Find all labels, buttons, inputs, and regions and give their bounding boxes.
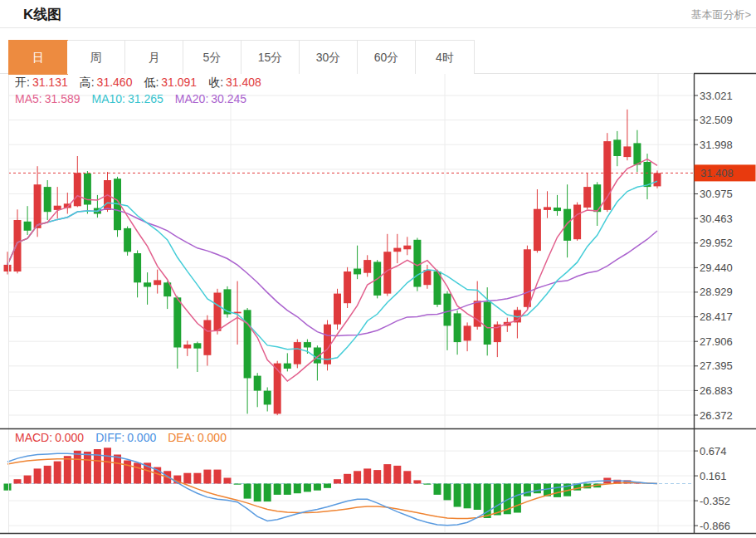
macd-bar [474, 484, 481, 511]
candle [423, 270, 431, 285]
price-tick-label: 27.395 [700, 359, 733, 372]
legend-value: 31.460 [97, 76, 133, 89]
candle [644, 162, 651, 187]
candle [224, 289, 232, 314]
price-tick-label: 32.509 [700, 114, 733, 126]
candle [304, 342, 311, 347]
candle [264, 391, 271, 405]
tab-week[interactable]: 周 [67, 41, 125, 74]
candle [44, 187, 51, 212]
macd-bar [393, 466, 401, 484]
legend-value: 30.245 [211, 92, 246, 105]
candle [214, 293, 222, 331]
macd-bar [403, 471, 411, 483]
macd-bar [203, 470, 211, 484]
candle [24, 222, 32, 231]
last-price-flag: 31.408 [695, 164, 756, 181]
price-tick-label: 30.463 [700, 213, 733, 225]
macd-bar [183, 473, 191, 484]
svg-text:31.408: 31.408 [700, 167, 734, 179]
legend-label: 高: [80, 76, 95, 89]
legend-label: 低: [144, 76, 159, 89]
candle [563, 209, 571, 241]
candle [434, 271, 441, 305]
macd-bar [324, 484, 331, 488]
tab-month[interactable]: 月 [125, 41, 183, 74]
candle [464, 325, 471, 340]
macd-bar [413, 480, 421, 483]
candle [363, 260, 371, 273]
candle [284, 364, 291, 369]
macd-bar [84, 452, 91, 484]
candle [534, 209, 541, 251]
candle [294, 342, 301, 364]
legend-label: DEA: [168, 431, 195, 444]
legend-value: 31.131 [32, 76, 68, 89]
candle [203, 320, 211, 355]
price-gridlines [8, 95, 694, 415]
legend-label: MACD: [15, 431, 52, 444]
macd-bar [64, 456, 71, 483]
tab-hour4[interactable]: 4时 [416, 41, 474, 74]
macd-bar [264, 484, 271, 502]
price-tick-label: 30.975 [700, 188, 733, 200]
candle [524, 249, 531, 307]
candle [74, 173, 81, 206]
macd-bar [344, 474, 351, 484]
candle [354, 269, 361, 275]
macd-bar [244, 484, 251, 499]
macd-bar [14, 479, 22, 483]
macd-tick-label: 0.161 [700, 470, 727, 482]
tab-min5[interactable]: 5分 [183, 41, 241, 74]
candle [393, 248, 401, 252]
macd-bar [284, 484, 291, 495]
legend-label: DIFF: [95, 431, 124, 444]
macd-bar [124, 461, 131, 484]
candle [544, 207, 551, 210]
legend-label: MA20: [175, 92, 208, 105]
macd-bar [104, 448, 111, 483]
ohlc-legend: 开:31.131高:31.460低:31.091收:31.408 [15, 75, 273, 90]
price-tick-label: 29.440 [700, 262, 733, 274]
chart-area[interactable]: 33.02132.50931.99830.97530.46329.95229.4… [0, 0, 756, 538]
candle [274, 364, 281, 414]
candle [444, 294, 451, 326]
macd-bar [554, 484, 561, 497]
tab-min30[interactable]: 30分 [300, 41, 358, 74]
macd-bar [34, 468, 41, 483]
candle [134, 253, 141, 282]
macd-bar [294, 484, 301, 494]
macd-bar [514, 484, 521, 513]
price-tick-label: 28.417 [700, 311, 733, 323]
candlesticks [4, 110, 661, 415]
legend-value: 31.091 [161, 76, 197, 89]
macd-bar [4, 484, 12, 491]
macd-bar [234, 484, 241, 485]
legend-value: 31.408 [226, 76, 261, 89]
price-tick-label: 28.929 [700, 286, 733, 298]
candle [484, 302, 491, 345]
macd-bar [304, 484, 311, 492]
macd-bar [434, 484, 441, 495]
tab-day[interactable]: 日 [8, 40, 68, 75]
tab-min60[interactable]: 60分 [358, 41, 416, 74]
macd-bar [114, 455, 121, 484]
panel-borders [0, 73, 756, 534]
price-tick-label: 29.952 [700, 237, 733, 249]
candle [633, 143, 641, 164]
candle [124, 228, 131, 252]
price-tick-label: 26.372 [700, 409, 733, 422]
candle [573, 205, 581, 240]
legend-value: 0.000 [55, 431, 84, 444]
macd-bar [464, 484, 471, 509]
candle [173, 297, 181, 347]
candle [154, 280, 161, 285]
candle [474, 301, 481, 326]
macd-bar [423, 484, 431, 485]
candle [14, 220, 22, 271]
tab-min15[interactable]: 15分 [241, 41, 300, 74]
macd-bar [354, 471, 361, 483]
candle [654, 173, 661, 186]
macd-tick-label: -0.866 [700, 520, 730, 532]
candle [613, 139, 621, 156]
